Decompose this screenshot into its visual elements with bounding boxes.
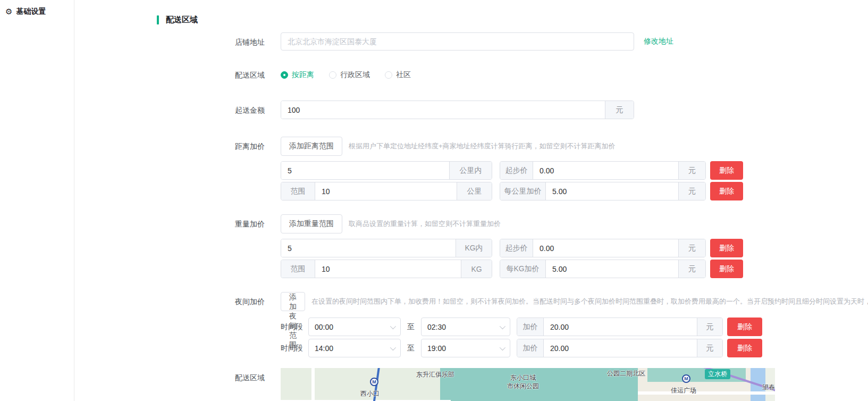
map-label: 公园二期北区 [607,369,645,378]
chevron-down-icon [500,323,505,329]
radio-dot-icon [329,71,336,79]
chevron-down-icon [500,344,505,350]
weight-surcharge-group: 重量加价 添加重量范围 取商品设置的重量计算，如留空则不计算重量加价 KG内 起… [157,214,868,278]
section-title: 配送区域 [157,15,868,25]
delete-button[interactable]: 删除 [727,318,762,336]
time-range-label: 时间段 [281,344,303,353]
start-price-input[interactable] [533,162,678,179]
add-weight-range-button[interactable]: 添加重量范围 [281,214,342,233]
unit-suffix: KG [461,260,492,278]
radio-admin-region[interactable]: 行政区域 [329,70,370,80]
night-row: 时间段 00:00 至 02:30 加价 元 删除 [281,318,762,336]
time-range-label: 时间段 [281,322,303,332]
start-price-input[interactable] [533,239,678,257]
min-amount-row: 起送金额 元 [157,101,868,120]
night-row: 时间段 14:00 至 19:00 加价 元 删除 [281,339,762,357]
price-prefix-label: 每KG加价 [500,260,546,278]
delivery-map-row: 配送区域 [157,368,868,401]
sidebar-item-basic-settings[interactable]: ⚙ 基础设置 [0,0,74,23]
start-time-select[interactable]: 00:00 [308,318,401,336]
add-night-range-button[interactable]: 添加夜间范围 [281,292,305,311]
night-surcharge-group: 夜间加价 添加夜间范围 在设置的夜间时间范围内下单，加收费用！如留空，则不计算夜… [157,292,868,357]
delete-button[interactable]: 删除 [710,182,743,200]
delete-button[interactable]: 删除 [710,239,743,257]
min-amount-label: 起送金额 [157,101,281,120]
map-label: 佳运广场 [671,386,696,395]
unit-suffix: 公里内 [449,162,492,179]
unit-suffix: 元 [697,339,722,357]
weight-row: 范围 KG 每KG加价 元 删除 [281,260,743,278]
store-address-input[interactable] [281,32,634,51]
sidebar: ⚙ 基础设置 [0,0,74,401]
sidebar-item-label: 基础设置 [16,7,46,16]
chevron-down-icon [390,323,396,329]
edit-address-link[interactable]: 修改地址 [644,37,673,46]
delivery-area-map[interactable]: M M 东升汇俱乐部 东小口城 市休闲公园 公园二期北区 立水桥 佳运广场 西小… [281,368,775,401]
distance-row: 范围 公里 每公里加价 元 删除 [281,182,743,200]
map-label: 西小口 [360,389,380,398]
map-road [638,391,775,395]
night-price-input[interactable] [544,318,697,336]
radio-community[interactable]: 社区 [385,70,411,80]
weight-row: KG内 起步价 元 删除 [281,239,743,257]
unit-suffix: 元 [678,162,705,179]
price-prefix-label: 加价 [517,339,544,357]
map-label: 市休闲公园 [507,382,539,391]
start-time-select[interactable]: 14:00 [308,339,401,357]
metro-icon: M [682,374,690,383]
range-prefix-label: 范围 [281,182,315,200]
map-label: 东升汇俱乐部 [416,370,454,379]
distance-range-input[interactable] [315,182,457,200]
to-label: 至 [407,344,415,353]
distance-row: 公里内 起步价 元 删除 [281,161,743,180]
store-address-row: 店铺地址 修改地址 [157,32,868,52]
unit-suffix: 元 [678,182,705,200]
section-title-text: 配送区域 [166,15,198,25]
night-price-input[interactable] [544,339,697,357]
night-surcharge-label: 夜间加价 [157,292,281,311]
delivery-map-label: 配送区域 [157,368,281,387]
distance-surcharge-label: 距离加价 [157,137,281,156]
price-prefix-label: 加价 [517,318,544,336]
distance-hint: 根据用户下单定位地址经纬度+商家地址经纬度计算骑行距离，如留空则不计算距离加价 [349,141,616,151]
range-prefix-label: 范围 [281,260,315,278]
price-prefix-label: 起步价 [500,239,533,257]
main-content: 配送区域 店铺地址 修改地址 配送区域 按距离 行政区域 [74,0,868,401]
weight-hint: 取商品设置的重量计算，如留空则不计算重量加价 [349,219,501,229]
end-time-select[interactable]: 19:00 [421,339,510,357]
app: ⚙ 基础设置 配送区域 店铺地址 修改地址 配送区域 按距离 [0,0,868,401]
weight-range-input[interactable] [315,260,461,278]
metro-icon: M [370,378,378,386]
radio-by-distance[interactable]: 按距离 [281,70,314,80]
delete-button[interactable]: 删除 [710,260,743,278]
unit-suffix: 元 [605,101,634,119]
area-type-label: 配送区域 [157,65,281,85]
end-time-select[interactable]: 02:30 [421,318,510,336]
unit-suffix: 元 [678,239,705,257]
delete-button[interactable]: 删除 [710,161,743,180]
per-kg-price-input[interactable] [546,260,678,278]
radio-dot-icon [281,71,288,79]
add-distance-range-button[interactable]: 添加距离范围 [281,137,342,156]
min-amount-input[interactable] [281,101,605,119]
unit-suffix: 元 [678,260,705,278]
unit-suffix: 公里 [457,182,492,200]
to-label: 至 [407,322,415,332]
map-road [311,368,315,401]
distance-limit-input[interactable] [281,162,449,179]
unit-suffix: KG内 [456,239,492,257]
price-prefix-label: 每公里加价 [500,182,546,200]
weight-limit-input[interactable] [281,239,456,257]
radio-dot-icon [385,71,392,79]
map-label: 东小口城 [510,373,536,382]
weight-surcharge-label: 重量加价 [157,214,281,233]
night-hint: 在设置的夜间时间范围内下单，加收费用！如留空，则不计算夜间加价。当配送时间与多个… [311,297,868,306]
per-km-price-input[interactable] [546,182,678,200]
section-title-accent-bar [157,15,159,24]
map-label: 望春 [762,383,775,392]
area-type-row: 配送区域 按距离 行政区域 社区 [157,65,868,85]
gear-icon: ⚙ [5,7,12,16]
delete-button[interactable]: 删除 [727,339,762,357]
price-prefix-label: 起步价 [500,162,533,179]
unit-suffix: 元 [697,318,722,336]
